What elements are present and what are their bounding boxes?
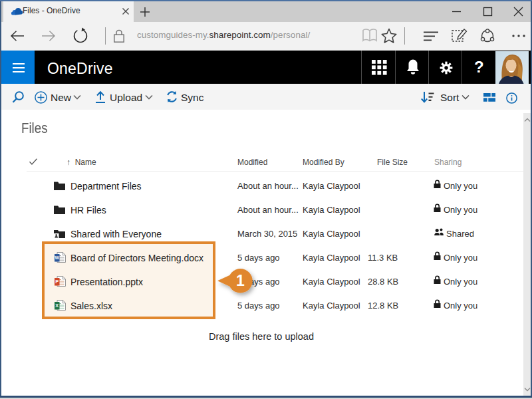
svg-text:X: X	[55, 303, 59, 309]
svg-text:W: W	[55, 255, 60, 260]
svg-text:P: P	[55, 279, 59, 285]
svg-text:1: 1	[236, 272, 245, 289]
